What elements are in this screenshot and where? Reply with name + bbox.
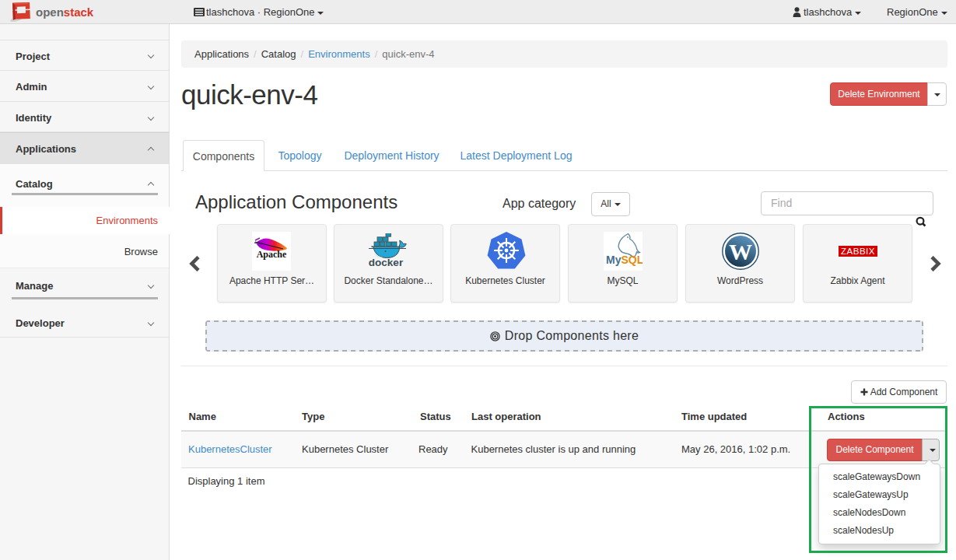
svg-text:docker: docker <box>369 257 404 268</box>
svg-text:MySQL: MySQL <box>606 254 643 266</box>
svg-text:Apache: Apache <box>257 249 287 260</box>
svg-text:W: W <box>729 239 752 264</box>
